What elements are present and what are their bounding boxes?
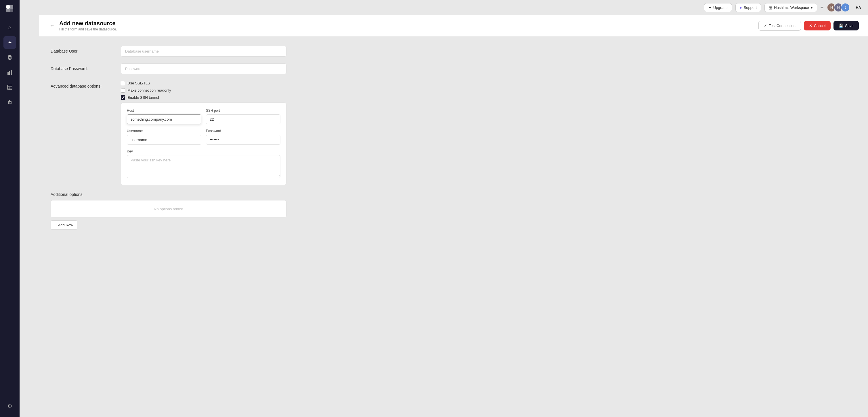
avatar-group: H H J	[827, 3, 850, 12]
ssl-label: Use SSL/TLS	[127, 81, 150, 85]
sidebar-item-table[interactable]	[3, 81, 16, 94]
chevron-down-icon: ▾	[811, 5, 813, 10]
ssh-tunnel-box: Host SSH port Username	[121, 103, 286, 185]
save-button[interactable]: 💾 Save	[834, 21, 859, 30]
advanced-options-row: Advanced database options: Use SSL/TLS M…	[51, 81, 286, 185]
save-icon: 💾	[839, 24, 843, 28]
avatar-j: J	[841, 3, 850, 12]
test-connection-label: Test Connection	[769, 24, 796, 28]
page-title-block: Add new datasource Fill the form and sav…	[59, 20, 117, 31]
page-header: ← Add new datasource Fill the form and s…	[39, 15, 868, 37]
svg-rect-2	[6, 9, 10, 12]
ssh-checkbox[interactable]	[121, 95, 125, 100]
advanced-options-checkboxes: Use SSL/TLS Make connection readonly Ena…	[121, 81, 286, 185]
svg-rect-0	[6, 5, 10, 9]
save-label: Save	[845, 24, 854, 28]
support-label: Support	[744, 5, 757, 10]
upgrade-icon: ✦	[708, 5, 712, 10]
svg-rect-5	[9, 71, 10, 75]
test-connection-button[interactable]: ✓ Test Connection	[758, 21, 801, 31]
ssh-host-input[interactable]	[127, 114, 201, 124]
ssl-checkbox[interactable]	[121, 81, 125, 85]
sidebar: ⌂ ✦ ⚙	[0, 0, 20, 417]
upgrade-button[interactable]: ✦ Upgrade	[704, 3, 732, 12]
support-button[interactable]: ● Support	[736, 3, 761, 12]
top-navigation: ✦ Upgrade ● Support ▦ Hashim's Workspace…	[20, 0, 868, 15]
additional-options-section: Additional options No options added + Ad…	[51, 192, 286, 230]
sidebar-item-magic[interactable]: ✦	[3, 36, 16, 49]
svg-rect-7	[7, 85, 12, 90]
ssh-password-label: Password	[206, 129, 280, 133]
ssh-host-field: Host	[127, 109, 201, 124]
cancel-button[interactable]: ✕ Cancel	[804, 21, 831, 30]
db-password-label: Database Password:	[51, 64, 114, 71]
sidebar-item-settings[interactable]: ⚙	[3, 400, 16, 412]
options-box: No options added	[51, 200, 286, 217]
advanced-options-label: Advanced database options:	[51, 81, 114, 89]
ssh-host-row: Host SSH port	[127, 109, 280, 124]
sidebar-item-data[interactable]	[3, 51, 16, 64]
upgrade-label: Upgrade	[713, 5, 727, 10]
sidebar-item-home[interactable]: ⌂	[3, 21, 16, 34]
add-row-label: + Add Row	[55, 223, 73, 227]
db-password-input[interactable]	[121, 64, 286, 74]
add-icon[interactable]: +	[820, 5, 824, 11]
readonly-label: Make connection readonly	[127, 88, 171, 93]
db-user-row: Database User:	[51, 46, 286, 57]
ssh-label: Enable SSH tunnel	[127, 95, 159, 100]
page-header-actions: ✓ Test Connection ✕ Cancel 💾 Save	[758, 21, 859, 31]
readonly-checkbox[interactable]	[121, 88, 125, 93]
support-icon: ●	[740, 5, 742, 10]
check-icon: ✓	[764, 24, 767, 28]
datasource-form: Database User: Database Password: Advanc…	[39, 37, 298, 239]
svg-rect-1	[10, 5, 13, 9]
db-password-row: Database Password:	[51, 64, 286, 74]
ssh-username-field: Username	[127, 129, 201, 145]
ssh-host-label: Host	[127, 109, 201, 112]
ssh-password-field: Password	[206, 129, 280, 145]
ssh-username-label: Username	[127, 129, 201, 133]
ssl-checkbox-item[interactable]: Use SSL/TLS	[121, 81, 286, 85]
svg-rect-6	[11, 70, 12, 75]
svg-rect-15	[9, 103, 11, 104]
cancel-label: Cancel	[814, 24, 826, 28]
workspace-label: Hashim's Workspace	[774, 5, 809, 10]
workspace-button[interactable]: ▦ Hashim's Workspace ▾	[765, 3, 817, 12]
svg-rect-12	[9, 100, 10, 101]
ssh-key-field: Key	[127, 149, 280, 179]
db-user-input[interactable]	[121, 46, 286, 57]
workspace-icon: ▦	[769, 5, 772, 10]
page-title: Add new datasource	[59, 20, 117, 27]
main-content: ← Add new datasource Fill the form and s…	[39, 15, 868, 417]
svg-rect-3	[10, 9, 13, 12]
page-subtitle: Fill the form and save the datasource.	[59, 27, 117, 31]
ssh-port-label: SSH port	[206, 109, 280, 112]
user-label: HA	[856, 5, 861, 10]
cancel-icon: ✕	[809, 24, 812, 28]
svg-point-13	[9, 102, 10, 103]
sidebar-item-bot[interactable]	[3, 96, 16, 109]
page-header-left: ← Add new datasource Fill the form and s…	[48, 20, 117, 31]
back-button[interactable]: ←	[48, 22, 56, 30]
add-row-button[interactable]: + Add Row	[51, 220, 78, 230]
svg-point-14	[10, 102, 11, 103]
ssh-username-input[interactable]	[127, 135, 201, 145]
ssh-checkbox-item[interactable]: Enable SSH tunnel	[121, 95, 286, 100]
db-user-label: Database User:	[51, 46, 114, 54]
ssh-port-input[interactable]	[206, 114, 280, 124]
app-logo[interactable]	[6, 5, 14, 14]
ssh-port-field: SSH port	[206, 109, 280, 124]
ssh-key-input[interactable]	[127, 155, 280, 178]
sidebar-item-chart[interactable]	[3, 66, 16, 79]
ssh-password-input[interactable]	[206, 135, 280, 145]
additional-options-label: Additional options	[51, 192, 286, 197]
no-options-text: No options added	[154, 207, 183, 211]
svg-rect-4	[7, 72, 9, 75]
ssh-key-label: Key	[127, 149, 280, 153]
readonly-checkbox-item[interactable]: Make connection readonly	[121, 88, 286, 93]
ssh-credentials-row: Username Password	[127, 129, 280, 145]
